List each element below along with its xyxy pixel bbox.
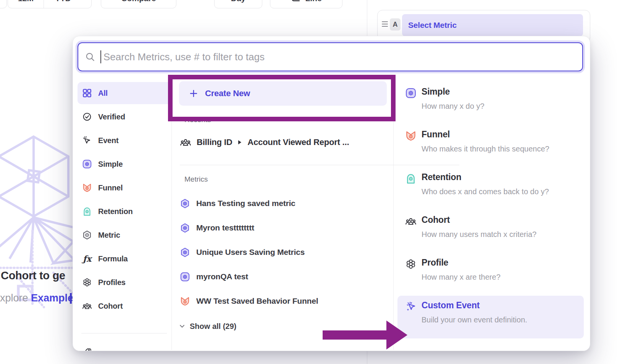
funnel-icon: [82, 183, 92, 193]
tag-icon: [82, 348, 92, 351]
saved-metric-label: Myron testttttttt: [196, 223, 254, 232]
range-12m-button[interactable]: 12M: [8, 0, 44, 8]
annotation-arrow: [323, 330, 388, 340]
type-simple[interactable]: Simple How many x do y?: [394, 85, 590, 125]
saved-metric-label: myronQA test: [196, 272, 248, 281]
metric-picker-screen: 12M YTD Compare Day Line: [0, 0, 617, 364]
type-title: Custom Event: [422, 300, 480, 311]
category-profiles[interactable]: Profiles: [78, 271, 171, 293]
drag-handle-icon[interactable]: [382, 21, 388, 28]
event-icon: [82, 135, 92, 145]
saved-metric-label: Unique Users Saving Metrics: [196, 248, 305, 257]
saved-metric-row[interactable]: myronQA test: [180, 267, 248, 286]
recent-item-row[interactable]: Billing ID Account Viewed Report ...: [180, 134, 349, 151]
category-funnel[interactable]: Funnel: [78, 177, 171, 199]
type-title: Cohort: [422, 215, 450, 225]
type-title: Funnel: [422, 129, 450, 140]
category-all[interactable]: All: [78, 82, 171, 104]
category-label: Verified: [98, 113, 125, 121]
example-link[interactable]: Example: [31, 292, 73, 304]
chevron-down-icon: [74, 0, 80, 2]
category-tags-clipped[interactable]: [78, 341, 171, 351]
type-title: Retention: [422, 172, 461, 182]
date-range-segmented-control: 12M YTD: [8, 0, 92, 8]
type-cohort[interactable]: Cohort How many users match x criteria?: [394, 213, 590, 253]
toolbar-fragment-button[interactable]: [0, 0, 7, 8]
type-description: How many x do y?: [422, 102, 485, 111]
saved-metric-row[interactable]: Hans Testing saved metric: [180, 194, 296, 213]
simple-icon: [405, 87, 417, 99]
type-title: Simple: [422, 87, 450, 97]
retention-icon: [405, 173, 417, 184]
type-description: How many x are there?: [422, 273, 501, 282]
category-verified[interactable]: Verified: [78, 106, 171, 128]
simple-icon: [82, 159, 92, 169]
saved-metric-row[interactable]: WW Test Saved Behavior Funnel: [180, 292, 318, 310]
annotation-arrow-head: [386, 321, 407, 350]
metric-search-box: [78, 42, 583, 71]
recent-item-primary: Billing ID: [197, 137, 232, 147]
metrics-section-title: Metrics: [184, 175, 208, 184]
show-all-label: Show all (29): [190, 322, 236, 331]
formula-icon: ƒx: [82, 254, 92, 264]
type-description: How many users match x criteria?: [422, 230, 536, 239]
type-title: Profile: [422, 258, 448, 268]
saved-metric-row[interactable]: Unique Users Saving Metrics: [180, 243, 305, 261]
category-retention[interactable]: Retention: [78, 200, 171, 222]
type-retention[interactable]: Retention Who does x and comes back to d…: [394, 171, 590, 210]
background-heading-fragment: Cohort to ge: [1, 269, 73, 282]
type-description: Who makes it through this sequence?: [422, 145, 549, 153]
profiles-icon: [405, 258, 417, 270]
interval-label: Day: [231, 0, 246, 3]
line-chart-icon: [291, 0, 300, 3]
category-event[interactable]: Event: [78, 129, 171, 151]
text-cursor: [100, 50, 101, 63]
metric-hex-icon: [180, 198, 190, 209]
saved-metric-row[interactable]: Myron testttttttt: [180, 219, 254, 237]
recent-item-secondary: Account Viewed Report ...: [247, 137, 349, 147]
category-label: Retention: [98, 207, 132, 216]
cohort-icon: [405, 216, 417, 227]
search-input[interactable]: [103, 51, 575, 63]
funnel-icon: [180, 296, 190, 306]
series-a-badge: A: [390, 18, 401, 31]
metric-hex-icon: [180, 247, 190, 258]
funnel-icon: [405, 130, 417, 142]
sidebar-divider: [81, 333, 167, 333]
subtext-gray: xplore: [0, 292, 28, 304]
annotation-highlight-box: [168, 75, 396, 121]
compare-button[interactable]: Compare: [101, 0, 176, 8]
category-label: Event: [98, 136, 118, 145]
cohort-icon: [82, 301, 92, 311]
retention-icon: [82, 206, 92, 216]
category-label: Profiles: [98, 278, 126, 287]
type-funnel[interactable]: Funnel Who makes it through this sequenc…: [394, 128, 590, 168]
type-custom-event[interactable]: Custom Event Build your own event defini…: [394, 299, 590, 338]
cohort-icon: [180, 137, 191, 148]
show-all-button[interactable]: Show all (29): [178, 320, 236, 332]
category-simple[interactable]: Simple: [78, 153, 171, 175]
category-label: Simple: [98, 160, 123, 169]
category-label: Metric: [98, 231, 120, 240]
verified-icon: [82, 112, 92, 122]
chart-type-line-button[interactable]: Line: [270, 0, 342, 8]
search-icon: [85, 52, 95, 62]
range-ytd-button[interactable]: YTD: [44, 0, 91, 8]
range-ytd-label: YTD: [55, 0, 71, 3]
interval-day-button[interactable]: Day: [214, 0, 262, 8]
saved-metric-label: Hans Testing saved metric: [196, 199, 296, 208]
category-formula[interactable]: ƒx Formula: [78, 248, 171, 270]
select-metric-pill[interactable]: Select Metric: [402, 14, 583, 36]
profiles-icon: [82, 277, 92, 287]
type-description: Who does x and comes back to do y?: [422, 187, 549, 196]
category-metric[interactable]: Metric: [78, 224, 171, 246]
breadcrumb-arrow-icon: [237, 140, 242, 145]
chart-type-label: Line: [305, 0, 321, 3]
category-label: Cohort: [98, 302, 123, 311]
type-profile[interactable]: Profile How many x are there?: [394, 256, 590, 296]
category-label: Funnel: [98, 184, 123, 192]
category-label: Formula: [98, 254, 128, 263]
compare-label: Compare: [121, 0, 156, 3]
category-cohort[interactable]: Cohort: [78, 295, 171, 317]
metric-hex-icon: [180, 223, 190, 233]
